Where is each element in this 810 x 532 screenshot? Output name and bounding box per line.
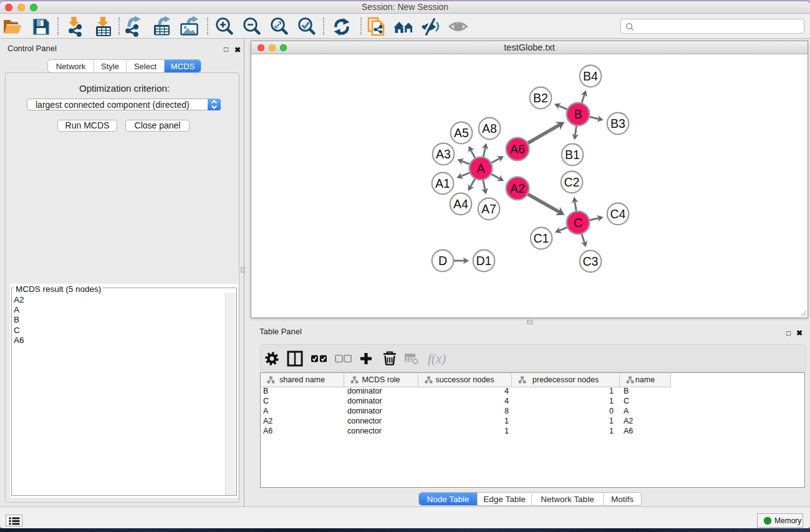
svg-text:A4: A4 [453, 197, 468, 211]
svg-text:A5: A5 [454, 126, 469, 140]
svg-text:A: A [476, 162, 485, 175]
svg-text:C1: C1 [534, 231, 549, 245]
svg-text:C2: C2 [564, 175, 580, 189]
svg-text:A2: A2 [510, 181, 525, 195]
svg-text:C: C [574, 216, 582, 230]
svg-text:D1: D1 [476, 254, 492, 268]
svg-text:C4: C4 [610, 207, 626, 221]
svg-text:C3: C3 [583, 254, 599, 268]
svg-text:B3: B3 [610, 117, 625, 130]
svg-text:f(x): f(x) [428, 351, 446, 366]
svg-text:D: D [438, 254, 447, 268]
svg-text:B2: B2 [533, 91, 548, 105]
svg-text:B4: B4 [583, 69, 598, 83]
svg-text:A6: A6 [510, 142, 525, 156]
svg-text:A7: A7 [481, 202, 496, 216]
svg-text:B1: B1 [565, 148, 580, 162]
svg-text:A1: A1 [435, 177, 450, 190]
svg-text:B: B [574, 107, 582, 121]
svg-text:A8: A8 [482, 122, 497, 135]
svg-text:A3: A3 [436, 147, 451, 161]
